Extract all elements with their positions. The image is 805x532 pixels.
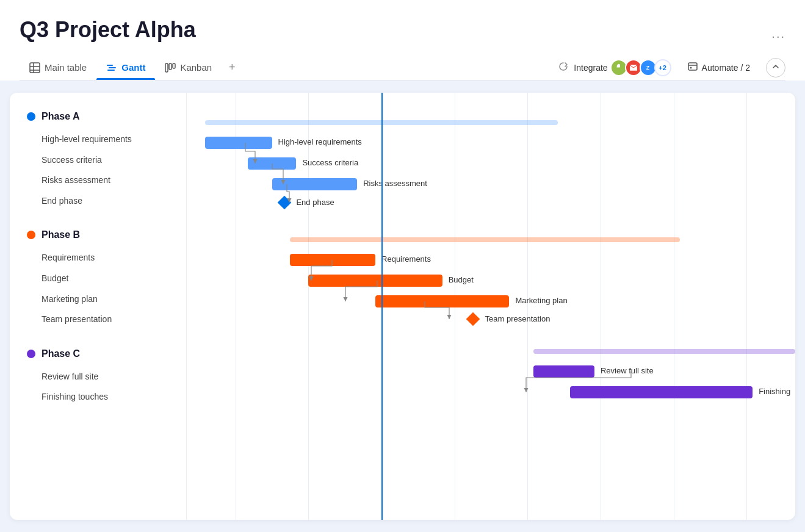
gantt-labels-panel: Phase A High-level requirements Success … [10, 93, 187, 520]
label-review-full-site: Review full site [601, 366, 654, 375]
task-requirements: Requirements [27, 248, 174, 268]
integration-avatars: Z +2 [613, 59, 671, 76]
phase-a-dot [27, 112, 35, 121]
automate-icon [687, 61, 698, 74]
task-review-full-site: Review full site [27, 367, 174, 387]
task-end-phase: End phase [27, 191, 174, 212]
label-marketing-plan: Marketing plan [515, 296, 567, 305]
bar-marketing-plan[interactable] [375, 295, 509, 307]
label-high-level: High-level requirements [278, 137, 362, 146]
tab-kanban-label: Kanban [180, 62, 212, 73]
grid-line-6 [601, 93, 601, 520]
grid-line-8 [746, 93, 747, 520]
expand-button[interactable] [766, 58, 785, 77]
bar-review-full-site[interactable] [533, 365, 594, 378]
gantt-container: Phase A High-level requirements Success … [10, 93, 795, 520]
svg-rect-7 [165, 63, 168, 72]
bar-risks-assessment[interactable] [272, 178, 358, 190]
add-view-button[interactable]: + [222, 55, 243, 80]
gantt-grid: High-level requirements Success criteria… [187, 93, 795, 520]
label-end-phase: End phase [296, 198, 334, 207]
phase-b-title: Phase B [42, 229, 80, 240]
task-success-criteria: Success criteria [27, 150, 174, 171]
phase-b-dot [27, 231, 35, 239]
grid-line-2 [308, 93, 309, 520]
label-risks-assessment: Risks assessment [363, 179, 427, 188]
integrate-label: Integrate [574, 63, 607, 73]
label-team-presentation: Team presentation [485, 314, 551, 323]
bar-budget[interactable] [308, 275, 442, 287]
svg-rect-8 [169, 63, 171, 70]
integrate-icon [558, 61, 569, 74]
svg-rect-10 [688, 63, 697, 70]
label-success-criteria: Success criteria [302, 158, 358, 167]
task-high-level: High-level requirements [27, 129, 174, 150]
phase-a-title: Phase A [42, 111, 80, 122]
task-risks-assessment: Risks assessment [27, 170, 174, 191]
bar-high-level-requirements[interactable] [205, 137, 272, 149]
phase-c-header: Phase C [27, 348, 174, 359]
tab-main-table[interactable]: Main table [20, 56, 96, 79]
diamond-team-presentation [466, 312, 480, 326]
task-budget: Budget [27, 268, 174, 289]
tab-gantt-label: Gantt [121, 62, 145, 73]
phase-b-header: Phase B [27, 229, 174, 240]
phase-b-bg-bar [290, 237, 679, 242]
project-title: Q3 Project Alpha [20, 17, 196, 43]
grid-line-7 [674, 93, 674, 520]
automate-label: Automate / 2 [702, 63, 750, 73]
phase-c-dot [27, 350, 35, 358]
bar-requirements[interactable] [290, 254, 375, 266]
label-budget: Budget [449, 275, 474, 284]
bar-success-criteria[interactable] [248, 157, 297, 170]
main-content: Phase A High-level requirements Success … [0, 81, 805, 532]
grid-line-1 [236, 93, 236, 520]
gantt-chart-area: High-level requirements Success criteria… [187, 93, 795, 520]
label-finishing-touches: Finishing [759, 387, 790, 396]
phase-a-header: Phase A [27, 111, 174, 122]
more-options-button[interactable]: ··· [771, 29, 785, 43]
task-finishing-touches: Finishing touches [27, 387, 174, 408]
kanban-icon [165, 62, 176, 73]
phase-c-title: Phase C [42, 348, 80, 359]
task-team-presentation: Team presentation [27, 309, 174, 330]
avatar-count: +2 [654, 59, 671, 76]
svg-point-12 [690, 67, 691, 69]
tab-kanban[interactable]: Kanban [155, 56, 222, 79]
task-marketing-plan: Marketing plan [27, 289, 174, 310]
svg-rect-9 [173, 63, 175, 68]
grid-line-5 [527, 93, 528, 520]
gantt-icon [106, 62, 117, 73]
diamond-end-phase [277, 196, 291, 210]
integrate-button[interactable]: Integrate Z +2 [558, 59, 671, 76]
automate-button[interactable]: Automate / 2 [681, 57, 756, 77]
tab-gantt[interactable]: Gantt [96, 56, 155, 79]
today-line [381, 93, 383, 520]
tab-main-table-label: Main table [45, 62, 87, 73]
bar-finishing-touches[interactable] [570, 386, 753, 398]
phase-c-bg-bar [533, 349, 795, 354]
svg-rect-0 [30, 63, 40, 73]
label-requirements: Requirements [381, 254, 431, 264]
table-icon [29, 62, 40, 73]
